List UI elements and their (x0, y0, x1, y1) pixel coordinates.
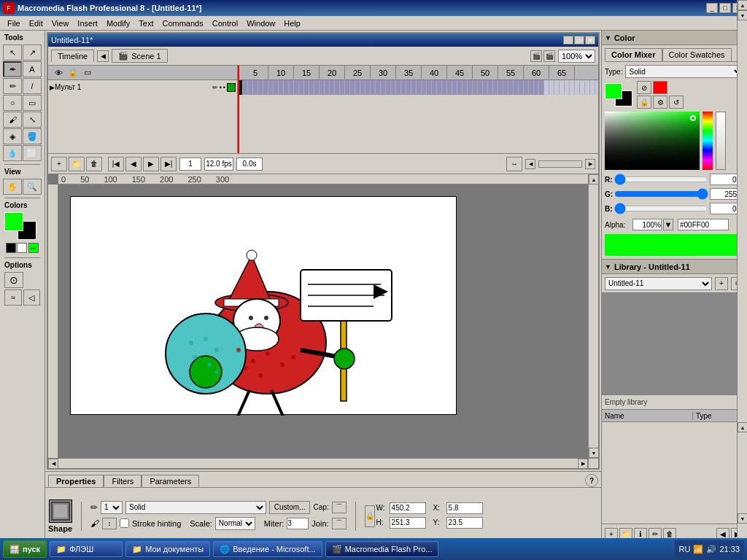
tool-subselect[interactable]: ↗ (23, 44, 42, 61)
g-slider[interactable] (614, 190, 708, 198)
frame-cell-10[interactable] (289, 80, 294, 95)
tool-fill[interactable]: ◈ (3, 128, 22, 144)
scene-button[interactable]: 🎬 Scene 1 (112, 49, 167, 63)
color-type-select[interactable]: Solid (625, 65, 744, 78)
stroke-style-select[interactable]: Solid (125, 501, 266, 514)
tab-filters[interactable]: Filters (104, 475, 142, 487)
canvas-scrollbar-h[interactable]: ◀ ▶ (48, 458, 588, 468)
frame-cell-2[interactable] (248, 80, 253, 95)
flash-close-btn[interactable]: ✕ (585, 36, 595, 44)
height-field[interactable]: 251.3 (390, 517, 426, 529)
frame-cell-30[interactable] (391, 80, 396, 95)
color-swap-icon[interactable]: ↔ (28, 243, 39, 253)
add-layer-btn[interactable]: + (51, 157, 67, 171)
stroke-hint-checkbox[interactable] (120, 518, 129, 528)
fps-field[interactable]: 12.0 fps (204, 158, 233, 171)
join-icon[interactable]: ⌒ (332, 518, 347, 529)
b-value[interactable]: 0 (710, 203, 739, 214)
frame-cell-18[interactable] (330, 80, 335, 95)
frame-cell-65[interactable] (570, 80, 575, 95)
current-frame-field[interactable]: 1 (179, 158, 201, 171)
frame-cell-52[interactable] (503, 80, 508, 95)
layer-name[interactable]: Мульт 1 (55, 83, 212, 91)
color-mixer-tab[interactable]: Color Mixer (605, 48, 662, 61)
frame-cell-68[interactable] (585, 80, 590, 95)
frame-cell-69[interactable] (590, 80, 595, 95)
miter-field[interactable]: 3 (287, 518, 309, 529)
taskbar-item-2[interactable]: 📁 Мои документы (125, 541, 210, 557)
library-add-btn[interactable]: + (715, 277, 728, 290)
tool-pen[interactable]: ✒ (3, 61, 22, 77)
frame-cell-33[interactable] (406, 80, 411, 95)
frame-cell-17[interactable] (325, 80, 330, 95)
nav-btn-1[interactable]: 🎬 (530, 50, 542, 62)
hue-bar[interactable] (703, 112, 713, 170)
frame-cell-55[interactable] (519, 80, 524, 95)
color-no-color-btn[interactable]: ⊘ (637, 81, 651, 94)
flash-minimize-btn[interactable]: _ (563, 36, 573, 44)
frame-cell-23[interactable] (355, 80, 360, 95)
loop-btn[interactable]: ↔ (506, 157, 522, 171)
x-field[interactable]: 5.8 (446, 502, 483, 514)
taskbar-item-4[interactable]: 🎬 Macromedia Flash Pro... (325, 541, 439, 557)
r-value[interactable]: 0 (710, 174, 739, 185)
canvas-scroll-right[interactable]: ▶ (578, 459, 588, 468)
menu-file[interactable]: File (3, 18, 25, 29)
tool-pencil[interactable]: ✏ (3, 78, 22, 94)
nav-btn-2[interactable]: 🎬 (543, 50, 555, 62)
tool-arrow[interactable]: ↖ (3, 44, 22, 61)
color-swatches-tab[interactable]: Color Swatches (662, 48, 732, 61)
menu-commands[interactable]: Commands (158, 18, 207, 29)
play-btn[interactable]: ▶ (143, 157, 159, 171)
tool-eyedrop[interactable]: 💧 (3, 145, 22, 161)
frame-cell-47[interactable] (478, 80, 483, 95)
alpha-bar[interactable] (716, 112, 726, 170)
custom-stroke-btn[interactable]: Custom... (269, 501, 311, 514)
menu-window[interactable]: Window (242, 18, 279, 29)
frame-cell-56[interactable] (524, 80, 529, 95)
frame-cell-48[interactable] (483, 80, 488, 95)
color-panel-header[interactable]: ▼ Color ≡ (602, 31, 747, 45)
layer-color-dot[interactable] (227, 83, 236, 92)
tool-hand[interactable]: ✋ (3, 179, 22, 195)
frame-cell-21[interactable] (345, 80, 350, 95)
frame-cell-60[interactable] (544, 80, 549, 95)
frame-cell-27[interactable] (376, 80, 381, 95)
taskbar-item-1[interactable]: 📁 ФЛЭШ (50, 541, 123, 557)
color-fill-swatch[interactable] (605, 83, 622, 99)
g-value[interactable]: 255 (710, 188, 739, 200)
menu-modify[interactable]: Modify (102, 18, 134, 29)
zoom-select[interactable]: 100% (558, 50, 595, 63)
frame-cell-70[interactable] (595, 80, 598, 95)
frame-cell-29[interactable] (386, 80, 391, 95)
canvas-scroll-down[interactable]: ▼ (589, 448, 598, 458)
color-reset-btn[interactable]: ↺ (669, 96, 684, 109)
frame-cell-19[interactable] (335, 80, 340, 95)
menu-text[interactable]: Text (134, 18, 158, 29)
color-edit-btn[interactable]: ⚙ (653, 96, 667, 109)
taskbar-item-3[interactable]: 🌐 Введение - Microsoft... (213, 541, 322, 557)
pencil-icon[interactable]: ✏ (212, 84, 218, 91)
menu-help[interactable]: Help (279, 18, 305, 29)
fill-arrow-icon[interactable]: ↕ (102, 518, 117, 529)
delete-layer-btn[interactable]: 🗑 (86, 157, 102, 171)
lib-scroll-down[interactable]: ▼ (738, 513, 747, 524)
frame-cell-9[interactable] (284, 80, 289, 95)
frame-cell-6[interactable] (268, 80, 274, 95)
frame-cell-26[interactable] (371, 80, 376, 95)
frame-cell-42[interactable] (452, 80, 457, 95)
frame-cell-61[interactable] (549, 80, 554, 95)
start-button[interactable]: 🪟 пуск (3, 540, 47, 558)
minimize-button[interactable]: _ (706, 3, 718, 13)
tool-text[interactable]: A (23, 61, 42, 77)
frame-cell-58[interactable] (534, 80, 539, 95)
color-black[interactable] (6, 243, 16, 253)
frame-cell-43[interactable] (457, 80, 462, 95)
frame-cell-22[interactable] (350, 80, 355, 95)
frame-cell-51[interactable] (498, 80, 503, 95)
frame-cell-35[interactable] (417, 80, 422, 95)
frame-ctrl-btn3[interactable]: ▶| (160, 157, 177, 171)
frame-cell-15[interactable] (314, 80, 320, 95)
library-panel-header[interactable]: ▼ Library - Untitled-11 ≡ (602, 260, 747, 274)
frame-cell-64[interactable] (565, 80, 570, 95)
